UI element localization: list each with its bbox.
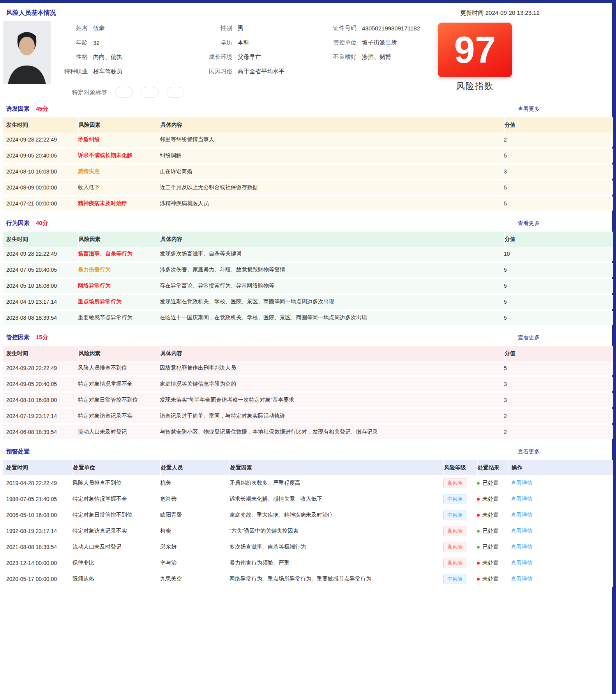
cell-content: 近三个月及以上无公积金或社保缴存数据 (160, 184, 504, 191)
cell-score: 5 (504, 267, 613, 273)
cell-risk-level: 高风险 (443, 526, 477, 536)
table-row: 2020-05-17 00:00:00 眼须从热 九思美空 网络异常行为、重点场… (3, 571, 613, 587)
cell-factor: 网络异常行为 (78, 282, 160, 289)
view-detail-link[interactable]: 查看详情 (511, 496, 533, 502)
profile-fields-col1: 姓名 伍豪 年龄 32 性格 内向、偏执 特种职业 校车驾驶员 (51, 21, 179, 84)
table-row: 2024-05-10 16:08:00 网络异常行为 存在异常言论、异常搜索行为… (3, 279, 613, 293)
subject-tags-label: 特定对象标签 (72, 89, 107, 96)
cell-content: 涉精神疾病就医人员 (160, 200, 504, 207)
view-detail-link[interactable]: 查看详情 (511, 528, 533, 534)
result-label: 未处置 (482, 512, 499, 519)
cell-result: 未处置 (477, 512, 508, 519)
cell-score: 3 (504, 168, 613, 175)
cell-time: 2006-05-10 16:08:00 (6, 512, 72, 518)
view-more-link[interactable]: 查看更多 (518, 448, 540, 455)
result-label: 未处置 (482, 496, 499, 503)
table-row: 2019-04-28 22:22:49 风险人员排查不到位 杭美 矛盾纠纷次数多… (3, 475, 613, 491)
risk-score-card: 97 (438, 23, 512, 77)
profile-field-row: 性别 男 (179, 21, 310, 35)
cell-factor: 诉求长期未化解、感情失意、收入低下 (229, 496, 443, 503)
field-value: 伍豪 (93, 25, 105, 32)
cell-content: 涉多次伤害、家庭暴力、斗殴、故意损毁财物等警情 (160, 266, 504, 273)
field-label: 特种职业 (51, 68, 88, 75)
result-label: 已处置 (482, 544, 499, 551)
section-score: 15分 (36, 334, 48, 340)
cell-risk-level: 中风险 (443, 574, 477, 584)
field-label: 成长环境 (179, 53, 232, 61)
cell-factor: 扬言滋事、自杀等行为 (78, 250, 160, 257)
subject-tag (141, 87, 159, 98)
cell-time: 1992-08-19 23:17:14 (6, 528, 72, 534)
cell-score: 5 (504, 365, 613, 371)
risk-level-badge: 高风险 (443, 526, 466, 536)
page-header: 风险人员基本情况 更新时间 2024-09-20 13:23:12 (0, 3, 616, 20)
cell-factor: 流动人口未及时登记 (78, 428, 160, 436)
view-more-link[interactable]: 查看更多 (518, 334, 540, 341)
cell-time: 2024-08-10 16:08:00 (6, 397, 78, 403)
field-label: 性别 (179, 25, 232, 32)
cell-content: 因故意犯罪被作出刑事判决人员 (160, 365, 504, 372)
table-header: 发生时间 风险因素 具体内容 分值 (3, 232, 613, 247)
field-label: 民风习俗 (179, 68, 232, 75)
col-header-factor: 风险因素 (78, 232, 160, 247)
field-label: 学历 (179, 39, 232, 46)
cell-time: 2024-05-10 16:08:00 (6, 283, 78, 289)
col-header-factor: 风险因素 (78, 117, 160, 133)
table-header: 发生时间 风险因素 具体内容 分值 (3, 346, 613, 361)
field-value: 本科 (238, 39, 249, 46)
table-row: 2024-08-09 00:00:00 收入低下 近三个月及以上无公积金或社保缴… (3, 181, 613, 195)
page-title: 风险人员基本情况 (6, 9, 56, 17)
cell-time: 2023-12-14 00:00:00 (6, 560, 72, 566)
risk-level-badge: 高风险 (443, 558, 466, 568)
view-detail-link[interactable]: 查看详情 (511, 559, 533, 566)
cell-factor: 矛盾纠纷 (78, 136, 160, 143)
top-frame-bar (0, 0, 616, 3)
subject-tag (115, 87, 133, 98)
field-label: 性格 (51, 53, 88, 61)
cell-time: 2024-09-28 22:22:49 (6, 365, 78, 371)
subject-tags-row: 特定对象标签 (72, 87, 616, 98)
cell-score: 2 (504, 413, 613, 419)
field-value: 430502199809171182 (362, 25, 420, 32)
risk-level-badge: 高风险 (443, 542, 466, 552)
cell-content: 邻里等纠纷警情当事人 (160, 136, 504, 143)
view-more-link[interactable]: 查看更多 (518, 106, 540, 113)
subject-tags (115, 87, 192, 98)
field-value: 男 (238, 25, 244, 32)
profile-fields-col2: 性别 男 学历 本科 成长环境 父母早亡 民风习俗 高于全省平均水平 (179, 21, 310, 84)
view-more-link[interactable]: 查看更多 (518, 220, 540, 227)
field-label: 证件号码 (310, 25, 357, 32)
cell-factor: 感情失意 (78, 168, 160, 175)
cell-result: 已处置 (477, 480, 508, 487)
profile-field-row: 姓名 伍豪 (51, 21, 179, 35)
update-time: 更新时间 2024-09-20 13:23:12 (461, 9, 540, 17)
field-label: 姓名 (51, 25, 88, 32)
cell-time: 2024-06-08 18:39:54 (6, 429, 78, 435)
field-label: 不良嗜好 (310, 53, 357, 61)
cell-factor: 特定对象访查记录不实 (78, 413, 160, 420)
section-score: 40分 (36, 220, 48, 226)
table-row: 2024-07-19 23:17:14 特定对象访查记录不实 访查记录过于简单、… (3, 409, 613, 423)
cell-score: 5 (504, 299, 613, 305)
view-detail-link[interactable]: 查看详情 (511, 575, 533, 582)
cell-time: 2024-07-05 20:40:05 (6, 267, 78, 273)
col-header-person: 处置人员 (160, 460, 229, 475)
view-detail-link[interactable]: 查看详情 (511, 512, 533, 518)
view-detail-link[interactable]: 查看详情 (511, 544, 533, 550)
risk-score-value: 97 (454, 31, 496, 69)
field-value: 校车驾驶员 (93, 68, 122, 75)
cell-result: 未处置 (477, 496, 508, 503)
col-header-score: 分值 (504, 232, 613, 247)
result-label: 未处置 (482, 575, 499, 582)
cell-unit: 保律非比 (72, 559, 160, 567)
status-dot-icon (477, 498, 480, 501)
table-row: 2024-07-05 20:40:05 暴力伤害行为 涉多次伤害、家庭暴力、斗殴… (3, 263, 613, 277)
col-header-time: 发生时间 (6, 117, 78, 133)
col-header-level: 风险等级 (443, 460, 477, 475)
cell-factor: 风险人员排查不到位 (78, 365, 160, 372)
cell-result: 未处置 (477, 559, 508, 567)
view-detail-link[interactable]: 查看详情 (511, 480, 533, 486)
section-behavior-factors: 行为因素40分 查看更多 发生时间 风险因素 具体内容 分值 2024-09-2… (0, 212, 616, 325)
cell-action: 查看详情 (508, 512, 613, 519)
cell-factor: 暴力伤害行为频繁、严重 (229, 559, 443, 567)
